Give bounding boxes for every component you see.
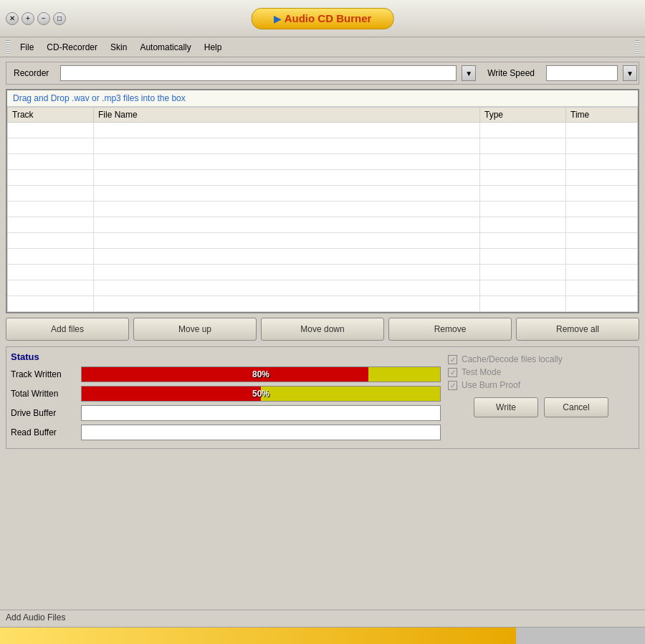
cancel-button[interactable]: Cancel [544, 397, 608, 417]
burn-proof-checkbox[interactable]: ✓ [448, 381, 457, 390]
write-button[interactable]: Write [474, 397, 538, 417]
menu-cd-recorder[interactable]: CD-Recorder [41, 40, 103, 55]
table-row [8, 154, 638, 170]
status-section: Status Track Written 80% Total Written [6, 346, 639, 449]
drive-buffer-bar [81, 405, 441, 421]
title-arrow-icon: ▶ [274, 13, 282, 24]
menu-file[interactable]: File [14, 40, 39, 55]
total-written-percent: 50% [252, 389, 269, 399]
total-written-row: Total Written 50% [11, 386, 441, 402]
total-written-bar: 50% [81, 386, 441, 402]
track-written-bar: 80% [81, 366, 441, 382]
bottom-bar [0, 627, 645, 644]
col-filename: File Name [94, 108, 480, 123]
move-down-button[interactable]: Move down [261, 318, 384, 341]
drag-drop-hint: Drag and Drop .wav or .mp3 files into th… [7, 90, 638, 107]
track-area: Drag and Drop .wav or .mp3 files into th… [6, 89, 639, 313]
write-speed-select[interactable] [546, 65, 618, 81]
remove-all-button[interactable]: Remove all [516, 318, 639, 341]
cache-decode-checkbox[interactable]: ✓ [448, 355, 457, 364]
read-buffer-row: Read Buffer [11, 425, 441, 440]
move-up-button[interactable]: Move up [133, 318, 257, 341]
track-written-percent: 80% [252, 369, 269, 379]
table-row [8, 233, 638, 249]
drive-buffer-label: Drive Buffer [11, 408, 75, 418]
recorder-label: Recorder [8, 68, 54, 78]
app-title: Audio CD Burner [285, 12, 372, 24]
status-left: Status Track Written 80% Total Written [11, 351, 441, 444]
test-mode-checkbox[interactable]: ✓ [448, 368, 457, 377]
status-title: Status [11, 351, 441, 362]
table-row [8, 217, 638, 233]
remove-button[interactable]: Remove [388, 318, 512, 341]
write-speed-label: Write Speed [482, 68, 540, 78]
close-btn[interactable]: ✕ [6, 12, 19, 25]
window-controls[interactable]: ✕ + − □ [6, 12, 66, 25]
menu-automatically[interactable]: Automatically [134, 40, 196, 55]
table-row [8, 265, 638, 280]
status-right: ✓ Cache/Decode files locally ✓ Test Mode… [448, 351, 634, 444]
col-track: Track [8, 108, 94, 123]
track-written-row: Track Written 80% [11, 366, 441, 382]
menu-help[interactable]: Help [199, 40, 228, 55]
table-row [8, 296, 638, 312]
title-bar: ✕ + − □ ▶ Audio CD Burner [0, 0, 645, 37]
menu-grip-right [635, 40, 639, 55]
recorder-select[interactable] [60, 65, 457, 81]
col-type: Type [480, 108, 566, 123]
drive-buffer-row: Drive Buffer [11, 405, 441, 421]
table-row [8, 280, 638, 296]
recorder-row: Recorder ▼ Write Speed ▼ [6, 62, 639, 85]
test-mode-row: ✓ Test Mode [448, 367, 634, 377]
total-written-label: Total Written [11, 389, 75, 399]
table-row [8, 186, 638, 202]
restore-btn[interactable]: □ [53, 12, 66, 25]
cache-decode-label: Cache/Decode files locally [462, 354, 563, 364]
table-row [8, 138, 638, 154]
add-files-button[interactable]: Add files [6, 318, 129, 341]
status-bar: Add Audio Files [0, 610, 645, 625]
read-buffer-label: Read Buffer [11, 427, 75, 437]
track-table: Track File Name Type Time [7, 107, 638, 312]
cache-decode-row: ✓ Cache/Decode files locally [448, 354, 634, 364]
burn-proof-label: Use Burn Proof [462, 380, 520, 390]
recorder-dropdown-arrow[interactable]: ▼ [462, 65, 476, 81]
buttons-row: Add files Move up Move down Remove Remov… [6, 318, 639, 341]
table-row [8, 249, 638, 265]
main-container: Recorder ▼ Write Speed ▼ Drag and Drop .… [0, 57, 645, 453]
menu-grip-left [6, 40, 10, 55]
table-row [8, 202, 638, 217]
burn-proof-row: ✓ Use Burn Proof [448, 380, 634, 390]
menu-bar: File CD-Recorder Skin Automatically Help [0, 37, 645, 57]
maximize-btn[interactable]: + [22, 12, 34, 25]
test-mode-label: Test Mode [462, 367, 501, 377]
menu-skin[interactable]: Skin [105, 40, 133, 55]
table-row [8, 170, 638, 186]
track-written-label: Track Written [11, 369, 75, 379]
status-bar-text: Add Audio Files [6, 612, 65, 622]
title-pill: ▶ Audio CD Burner [252, 8, 394, 29]
col-time: Time [566, 108, 638, 123]
write-speed-dropdown-arrow[interactable]: ▼ [623, 65, 637, 81]
write-cancel-row: Write Cancel [448, 397, 634, 417]
minimize-btn[interactable]: − [37, 12, 50, 25]
table-row [8, 123, 638, 138]
read-buffer-bar [81, 425, 441, 440]
